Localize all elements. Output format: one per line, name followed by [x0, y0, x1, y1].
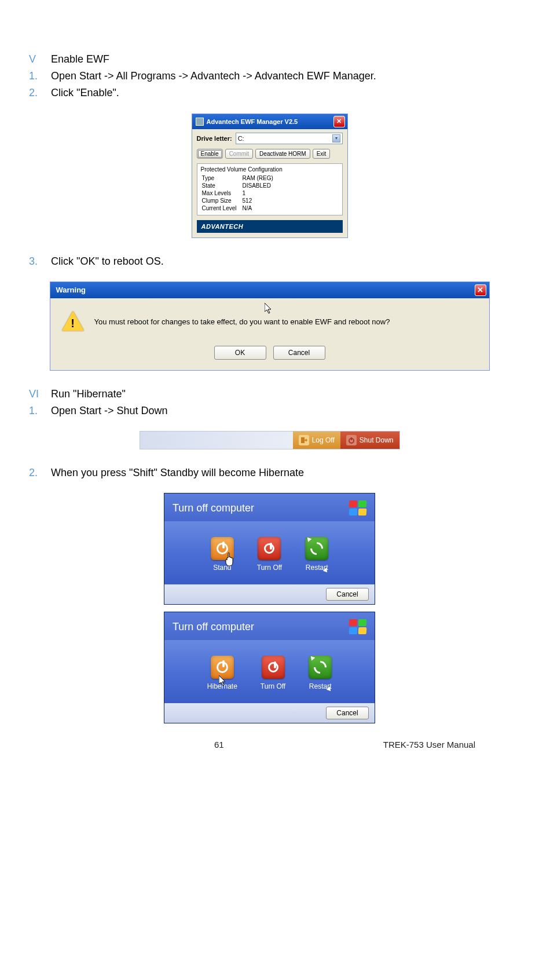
step-text: When you press "Shift" Standby will beco… — [51, 466, 304, 480]
step-vi-1: 1. Open Start -> Shut Down — [29, 404, 510, 418]
step-v-2: 2. Click "Enable". — [29, 86, 510, 100]
config-row: StateDISABLED — [202, 182, 278, 189]
start-menu-bottom-bar: Log Off Shut Down — [140, 431, 400, 449]
turn-off-title: Turn off computer — [173, 621, 254, 633]
config-header: Protected Volume Configuration — [201, 166, 339, 173]
cursor-arrow-icon — [219, 675, 227, 687]
turnoff-button[interactable]: Turn Off — [261, 656, 285, 690]
ok-button[interactable]: OK — [214, 346, 266, 360]
enable-button[interactable]: Enable — [197, 149, 223, 159]
restart-button[interactable]: Restart — [309, 656, 332, 690]
config-row: Current LevelN/A — [202, 205, 278, 211]
step-v-3: 3. Click "OK" to reboot OS. — [29, 254, 510, 269]
page-footer: 61 TREK-753 User Manual — [29, 740, 510, 749]
page-number: 61 — [214, 740, 224, 749]
cancel-button[interactable]: Cancel — [326, 588, 369, 601]
logoff-icon — [299, 435, 309, 445]
close-icon[interactable]: ✕ — [475, 284, 486, 296]
svg-marker-0 — [265, 303, 271, 313]
section-v-title: Enable EWF — [51, 52, 109, 67]
section-v-numeral: V — [29, 52, 51, 67]
restart-icon — [305, 537, 328, 560]
step-text: Open Start -> All Programs -> Advantech … — [51, 69, 376, 83]
shutdown-button[interactable]: Shut Down — [340, 432, 399, 449]
chevron-down-icon: ▾ — [332, 134, 340, 142]
drive-value: C: — [238, 135, 244, 142]
protected-volume-config: Protected Volume Configuration TypeRAM (… — [197, 163, 343, 215]
drive-label: Drive letter: — [197, 135, 232, 142]
deactivate-horm-button[interactable]: Deactivate HORM — [255, 149, 310, 159]
step-num: 1. — [29, 404, 51, 418]
section-v: V Enable EWF — [29, 52, 510, 67]
restart-button[interactable]: Restart — [305, 537, 328, 572]
restart-icon — [309, 656, 332, 679]
turnoff-label: Turn Off — [257, 564, 282, 572]
hand-cursor-icon — [225, 552, 237, 567]
step-v-1: 1. Open Start -> All Programs -> Advante… — [29, 69, 510, 83]
warning-titlebar: Warning ✕ — [50, 282, 489, 298]
ewf-titlebar: Advantech EWF Manager V2.5 ✕ — [192, 114, 347, 129]
shutdown-label: Shut Down — [360, 436, 394, 444]
turn-off-computer-dialog-hibernate: Turn off computer Hibernate Turn Off R — [164, 612, 375, 723]
app-icon — [196, 118, 204, 126]
turn-off-title: Turn off computer — [173, 502, 254, 514]
standby-button[interactable]: Stand — [211, 537, 234, 572]
windows-logo-icon — [348, 499, 368, 517]
step-text: Click "Enable". — [51, 86, 119, 100]
hibernate-button[interactable]: Hibernate — [207, 656, 237, 690]
turnoff-icon — [262, 656, 285, 679]
step-num: 2. — [29, 466, 51, 480]
commit-button[interactable]: Commit — [225, 149, 253, 159]
step-vi-2: 2. When you press "Shift" Standby will b… — [29, 466, 510, 480]
svg-rect-1 — [301, 437, 305, 443]
turnoff-icon — [258, 537, 281, 560]
warning-icon: ! — [62, 311, 84, 333]
ewf-manager-window: Advantech EWF Manager V2.5 ✕ Drive lette… — [192, 114, 348, 238]
step-num: 1. — [29, 69, 51, 83]
config-row: Max Levels1 — [202, 190, 278, 196]
turn-off-computer-dialog-standby: Turn off computer Stand Turn Off Resta — [164, 493, 375, 605]
drive-select[interactable]: C: ▾ — [236, 133, 343, 144]
cancel-button[interactable]: Cancel — [273, 346, 325, 360]
ewf-title-text: Advantech EWF Manager V2.5 — [207, 118, 333, 125]
warning-message: You must reboot for changes to take effe… — [94, 317, 390, 326]
svg-marker-4 — [219, 675, 225, 686]
config-row: Clump Size512 — [202, 198, 278, 204]
logoff-label: Log Off — [312, 436, 335, 444]
advantech-logo: ADVANTECH — [197, 220, 343, 233]
exit-button[interactable]: Exit — [313, 149, 331, 159]
section-vi-title: Run "Hibernate" — [51, 387, 126, 401]
warning-title-text: Warning — [56, 286, 475, 294]
warning-dialog: Warning ✕ ! You must reboot for changes … — [50, 281, 490, 371]
shutdown-icon — [346, 435, 357, 445]
turnoff-button[interactable]: Turn Off — [257, 537, 282, 572]
step-text: Click "OK" to reboot OS. — [51, 254, 164, 269]
step-num: 2. — [29, 86, 51, 100]
cursor-arrow-icon — [265, 303, 273, 315]
section-vi: VI Run "Hibernate" — [29, 387, 510, 401]
doc-title: TREK-753 User Manual — [383, 740, 475, 749]
step-num: 3. — [29, 254, 51, 269]
step-text: Open Start -> Shut Down — [51, 404, 168, 418]
section-vi-numeral: VI — [29, 387, 51, 401]
windows-logo-icon — [348, 618, 368, 635]
turnoff-label: Turn Off — [261, 682, 285, 690]
config-row: TypeRAM (REG) — [202, 175, 278, 181]
cancel-button[interactable]: Cancel — [326, 707, 369, 719]
close-icon[interactable]: ✕ — [333, 116, 345, 127]
logoff-button[interactable]: Log Off — [293, 432, 340, 449]
